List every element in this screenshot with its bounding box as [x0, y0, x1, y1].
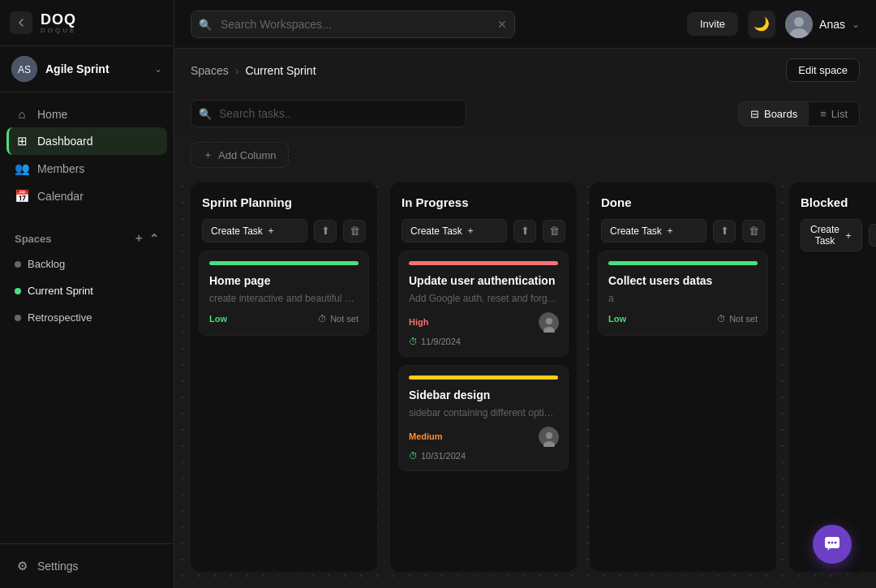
create-task-label: Create Task — [211, 225, 263, 237]
current-sprint-label: Current Sprint — [28, 285, 93, 297]
boards-view-button[interactable]: ⊟ Boards — [739, 102, 809, 126]
task-card-sidebar-design[interactable]: Sidebar design sidebar containing differ… — [398, 365, 569, 471]
plus-icon: ＋ — [466, 224, 475, 238]
sidebar-item-calendar[interactable]: 📅 Calendar — [6, 182, 167, 210]
column-upload-icon[interactable]: ⬆ — [513, 220, 536, 242]
add-space-button[interactable]: ＋ — [133, 231, 144, 246]
sidebar-item-home[interactable]: ⌂ Home — [6, 101, 167, 127]
card-bottom: High — [409, 312, 558, 332]
logo-text: DOQ — [41, 12, 76, 27]
column-header: Sprint Planning Create Task ＋ ⬆ 🗑 — [191, 182, 377, 251]
column-upload-icon[interactable]: ⬆ — [869, 224, 876, 247]
workspace-avatar: AS — [11, 56, 37, 82]
app-logo: DOQ DOQUE — [41, 12, 76, 34]
add-column-button[interactable]: ＋ Add Column — [191, 142, 289, 168]
theme-toggle-button[interactable]: 🌙 — [748, 11, 775, 38]
card-description: a — [608, 293, 758, 304]
card-title: Home page — [209, 273, 359, 288]
sidebar-item-dashboard[interactable]: ⊞ Dashboard — [6, 127, 167, 155]
column-upload-icon[interactable]: ⬆ — [713, 220, 736, 242]
column-blocked: Blocked Create Task ＋ ⬆ — [789, 182, 876, 572]
edit-space-button[interactable]: Edit space — [786, 58, 860, 82]
chat-fab-button[interactable] — [813, 525, 852, 564]
avatar — [785, 11, 813, 38]
column-delete-icon[interactable]: 🗑 — [343, 220, 366, 242]
plus-icon: ＋ — [266, 224, 276, 238]
invite-button[interactable]: Invite — [687, 12, 738, 36]
task-card-home-page[interactable]: Home page create interactive and beautif… — [199, 251, 369, 336]
clock-icon: ⏱ — [409, 451, 418, 461]
clock-icon: ⏱ — [409, 337, 418, 346]
board-area: Sprint Planning Create Task ＋ ⬆ 🗑 — [174, 174, 876, 588]
column-title: Done — [601, 195, 765, 209]
sidebar-item-settings[interactable]: ⚙ Settings — [6, 552, 167, 580]
sidebar-item-current-sprint[interactable]: Current Sprint ⋯ — [6, 277, 167, 304]
column-in-progress: In Progress Create Task ＋ ⬆ 🗑 Upda — [390, 182, 577, 572]
list-label: List — [831, 108, 848, 120]
spaces-section: Spaces ＋ ⌃ Backlog ⋯ Current Sprint ⋯ Re… — [0, 218, 174, 543]
create-task-label: Create Task — [809, 224, 840, 247]
task-card-user-auth[interactable]: Update user authentication Add Google au… — [398, 251, 569, 357]
home-icon: ⌂ — [15, 107, 29, 121]
toolbar-row: 🔍 ⊟ Boards ≡ List — [174, 92, 876, 135]
user-profile[interactable]: Anas ⌄ — [785, 11, 860, 38]
spaces-header: Spaces ＋ ⌃ — [6, 226, 167, 251]
nav-dashboard-label: Dashboard — [37, 135, 93, 148]
list-view-button[interactable]: ≡ List — [809, 102, 859, 126]
card-bottom: Low ⏱ Not set — [608, 312, 758, 325]
breadcrumb-separator: › — [235, 64, 239, 77]
card-bottom: Low ⏱ Not set — [209, 312, 359, 325]
search-clear-icon[interactable]: ✕ — [497, 18, 507, 31]
create-task-label: Create Task — [410, 225, 462, 237]
create-task-button-done[interactable]: Create Task ＋ — [601, 219, 706, 242]
card-description: sidebar containing different option... — [409, 407, 558, 418]
svg-point-3 — [794, 17, 804, 27]
date-value: 10/31/2024 — [421, 451, 466, 461]
space-dot — [15, 315, 21, 321]
create-task-button-sprint-planning[interactable]: Create Task ＋ — [202, 219, 307, 242]
retrospective-label: Retrospective — [28, 311, 92, 324]
collapse-spaces-button[interactable]: ⌃ — [149, 232, 159, 245]
content-area: Spaces › Current Sprint Edit space 🔍 ⊟ B… — [174, 49, 876, 588]
nav-menu: ⌂ Home ⊞ Dashboard 👥 Members 📅 Calendar — [0, 92, 174, 218]
sidebar-item-backlog[interactable]: Backlog ⋯ — [6, 251, 167, 277]
column-sprint-planning: Sprint Planning Create Task ＋ ⬆ 🗑 — [191, 182, 377, 572]
column-upload-icon[interactable]: ⬆ — [314, 220, 337, 242]
workspace-selector[interactable]: AS Agile Sprint ⌄ — [0, 46, 174, 92]
sidebar-item-members[interactable]: 👥 Members — [6, 155, 167, 182]
space-dot — [15, 261, 21, 268]
create-task-label: Create Task — [610, 225, 662, 237]
card-avatar — [539, 427, 558, 446]
create-task-button-in-progress[interactable]: Create Task ＋ — [402, 219, 507, 242]
members-icon: 👥 — [15, 161, 29, 176]
column-title: Blocked — [801, 195, 876, 209]
sidebar-top: DOQ DOQUE — [0, 0, 174, 46]
back-button[interactable] — [10, 11, 32, 34]
topbar-right: Invite 🌙 Anas ⌄ — [687, 11, 860, 38]
topbar: 🔍 ✕ Invite 🌙 Anas ⌄ — [174, 0, 876, 49]
card-color-bar — [209, 261, 359, 265]
settings-label: Settings — [37, 560, 79, 573]
task-search-input[interactable] — [191, 100, 466, 127]
column-actions: Create Task ＋ ⬆ — [801, 219, 876, 251]
search-input[interactable] — [191, 11, 515, 38]
dashboard-icon: ⊞ — [15, 134, 29, 148]
column-delete-icon[interactable]: 🗑 — [742, 220, 765, 242]
task-search-icon: 🔍 — [199, 108, 212, 120]
card-date: ⏱ Not set — [717, 314, 758, 324]
clock-icon: ⏱ — [717, 314, 726, 324]
breadcrumb-spaces[interactable]: Spaces — [191, 64, 229, 77]
backlog-label: Backlog — [28, 258, 65, 270]
column-header: Blocked Create Task ＋ ⬆ — [789, 182, 876, 260]
column-delete-icon[interactable]: 🗑 — [543, 220, 565, 242]
add-icon: ＋ — [203, 148, 213, 162]
clock-icon: ⏱ — [318, 314, 327, 324]
card-date: ⏱ 10/31/2024 — [409, 451, 558, 461]
card-avatar — [539, 312, 558, 332]
sidebar-item-retrospective[interactable]: Retrospective ⋯ — [6, 304, 167, 331]
column-cards-done: Collect users datas a Low ⏱ Not set — [590, 251, 776, 572]
column-done: Done Create Task ＋ ⬆ 🗑 Collect use — [590, 182, 776, 572]
breadcrumb-current: Current Sprint — [245, 64, 316, 77]
create-task-button-blocked[interactable]: Create Task ＋ — [801, 219, 862, 251]
task-card-collect-users[interactable]: Collect users datas a Low ⏱ Not set — [598, 251, 768, 336]
